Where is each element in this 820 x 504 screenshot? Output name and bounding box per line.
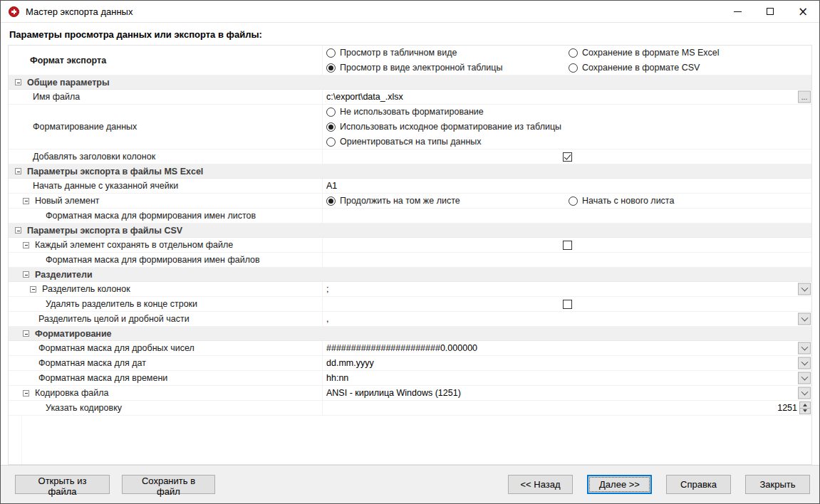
each-element-name: Каждый элемент сохранять в отдельном фай… xyxy=(9,238,322,252)
radio-label: Ориентироваться на типы данных xyxy=(340,137,482,147)
time-mask-value-cell: hh:nn xyxy=(322,371,811,385)
file-encoding-dropdown-button[interactable] xyxy=(798,387,811,399)
radio-view-spreadsheet[interactable]: Просмотр в виде электронной таблицы xyxy=(326,63,569,73)
collapse-icon[interactable] xyxy=(30,286,36,293)
collapse-icon[interactable] xyxy=(15,168,21,174)
radio-continue-same-sheet[interactable]: Продолжить на том же листе xyxy=(326,196,569,206)
back-button[interactable]: << Назад xyxy=(508,475,573,494)
radio-source-formatting[interactable]: Использовать исходное форматирование из … xyxy=(326,122,561,132)
footer: Открыть из файла Сохранить в файл << Наз… xyxy=(1,466,819,503)
decimal-separator-value[interactable]: , xyxy=(326,314,328,324)
add-headers-checkbox[interactable] xyxy=(563,152,572,162)
collapse-icon[interactable] xyxy=(23,271,29,278)
number-mask-dropdown-button[interactable] xyxy=(798,342,811,355)
remove-trailing-value xyxy=(322,297,811,311)
each-element-label: Каждый элемент сохранять в отдельном фай… xyxy=(35,240,233,250)
chevron-down-icon xyxy=(801,285,808,292)
file-name-value[interactable]: c:\export\data_.xlsx xyxy=(326,92,403,102)
add-headers-value xyxy=(322,149,811,164)
titlebar: Мастер экспорта данных × xyxy=(1,1,819,23)
radio-checked-icon xyxy=(326,63,336,73)
start-cell-label: Начать данные с указанной ячейки xyxy=(9,179,322,193)
sheet-name-mask-value[interactable] xyxy=(322,209,811,223)
date-mask-dropdown-button[interactable] xyxy=(798,357,811,369)
time-mask-value[interactable]: hh:nn xyxy=(326,373,348,383)
maximize-button[interactable] xyxy=(754,1,787,22)
minimize-icon xyxy=(734,11,742,12)
radio-label: Продолжить на том же листе xyxy=(340,196,460,206)
decimal-separator-label: Разделитель целой и дробной части xyxy=(9,312,322,326)
file-name-mask-value[interactable] xyxy=(322,253,811,267)
collapse-icon[interactable] xyxy=(23,242,29,248)
data-formatting-radios: Не использовать форматирование Использов… xyxy=(326,105,561,149)
minimize-button[interactable] xyxy=(721,1,754,22)
remove-trailing-checkbox[interactable] xyxy=(563,300,572,309)
arrow-up-icon xyxy=(803,404,807,406)
export-wizard-window: Мастер экспорта данных × Параметры просм… xyxy=(0,0,820,504)
file-encoding-value[interactable]: ANSI - кирилица Windows (1251) xyxy=(326,388,461,398)
export-options-grid: Формат экспорта Просмотр в табличном вид… xyxy=(8,45,812,465)
radio-no-formatting[interactable]: Не использовать форматирование xyxy=(326,107,561,117)
group-label: Параметры экспорта в файлы MS Excel xyxy=(27,167,203,177)
data-formatting-label: Форматирование данных xyxy=(9,105,322,149)
each-element-checkbox[interactable] xyxy=(563,241,572,250)
start-cell-value-cell: A1 xyxy=(322,179,811,193)
close-button[interactable]: × xyxy=(787,1,819,22)
spin-up-button[interactable] xyxy=(799,401,811,409)
radio-icon xyxy=(569,63,578,73)
new-element-value: Продолжить на том же листе Начать с ново… xyxy=(322,194,811,208)
number-mask-label: Форматная маска для дробных чисел xyxy=(9,341,322,355)
add-headers-label: Добавлять заголовки колонок xyxy=(9,149,322,164)
export-format-label: Формат экспорта xyxy=(9,46,322,75)
codepage-value[interactable]: 1251 xyxy=(777,403,797,413)
decimal-separator-value-cell: , xyxy=(322,312,811,326)
file-name-mask-label: Форматная маска для формирования имен фа… xyxy=(9,253,322,267)
close-dialog-button[interactable]: Закрыть xyxy=(745,475,810,494)
radio-icon xyxy=(569,48,578,58)
group-label: Разделители xyxy=(35,270,93,280)
radio-save-ms-excel[interactable]: Сохранение в формате MS Excel xyxy=(569,48,720,58)
radio-by-data-types[interactable]: Ориентироваться на типы данных xyxy=(326,137,561,147)
decimal-separator-dropdown-button[interactable] xyxy=(798,313,811,325)
codepage-value-cell: 1251 xyxy=(322,401,811,415)
radio-label: Просмотр в виде электронной таблицы xyxy=(340,63,502,73)
time-mask-dropdown-button[interactable] xyxy=(798,372,811,384)
row-codepage: Указать кодировку 1251 xyxy=(9,401,811,416)
collapse-icon[interactable] xyxy=(15,79,21,85)
open-from-file-button[interactable]: Открыть из файла xyxy=(15,475,110,494)
column-separator-label: Разделитель колонок xyxy=(42,284,130,294)
save-to-file-button[interactable]: Сохранить в файл xyxy=(122,475,215,494)
column-separator-name: Разделитель колонок xyxy=(9,282,322,296)
spin-down-button[interactable] xyxy=(799,409,811,415)
date-mask-value[interactable]: dd.mm.yyyy xyxy=(326,358,374,368)
row-decimal-separator: Разделитель целой и дробной части , xyxy=(9,312,811,327)
next-button[interactable]: Далее >> xyxy=(587,475,652,494)
collapse-icon[interactable] xyxy=(15,227,21,233)
data-formatting-value: Не использовать форматирование Использов… xyxy=(322,105,811,149)
chevron-down-icon xyxy=(801,359,808,366)
radio-save-csv[interactable]: Сохранение в формате CSV xyxy=(569,63,720,73)
column-separator-value[interactable]: ; xyxy=(326,284,328,294)
radio-icon xyxy=(569,196,578,206)
row-file-name-mask: Форматная маска для формирования имен фа… xyxy=(9,253,811,268)
column-separator-value-cell: ; xyxy=(322,282,811,296)
collapse-icon[interactable] xyxy=(23,198,29,204)
column-separator-dropdown-button[interactable] xyxy=(798,283,811,295)
number-mask-value[interactable]: #######################0.000000 xyxy=(326,343,477,353)
chevron-down-icon xyxy=(801,315,808,322)
radio-view-table[interactable]: Просмотр в табличном виде xyxy=(326,48,569,58)
row-column-separator: Разделитель колонок ; xyxy=(9,282,811,297)
date-mask-label: Форматная маска для дат xyxy=(9,356,322,370)
collapse-icon[interactable] xyxy=(23,390,29,397)
help-button[interactable]: Справка xyxy=(666,475,731,494)
group-label: Параметры экспорта в файлы CSV xyxy=(27,226,182,236)
chevron-down-icon xyxy=(801,389,808,396)
start-cell-value[interactable]: A1 xyxy=(326,181,337,191)
radio-start-new-sheet[interactable]: Начать с нового листа xyxy=(569,196,674,206)
new-element-label: Новый элемент xyxy=(35,196,100,206)
row-sheet-name-mask: Форматная маска для формирования имен ли… xyxy=(9,209,811,224)
codepage-label: Указать кодировку xyxy=(9,401,322,415)
radio-label: Начать с нового листа xyxy=(582,196,674,206)
browse-button[interactable]: ... xyxy=(798,91,811,103)
collapse-icon[interactable] xyxy=(23,330,29,337)
